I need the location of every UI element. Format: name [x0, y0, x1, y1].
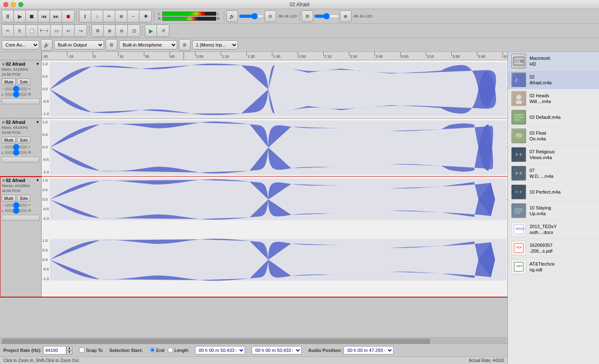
finder-item-perfect[interactable]: ✦ ✦ 10 Perfect.m4a: [508, 183, 599, 202]
track-3-pan-slider[interactable]: [5, 209, 27, 212]
play-green-button[interactable]: ▶: [145, 25, 157, 37]
track-3-mute[interactable]: Mute: [2, 195, 16, 202]
track-3-close[interactable]: ✕: [2, 178, 5, 183]
volume-button[interactable]: 🔊: [226, 10, 238, 22]
record-button[interactable]: ⏺: [62, 10, 74, 22]
zoom-out-button[interactable]: ⊖: [116, 25, 128, 37]
rate-down-button[interactable]: ▼: [67, 350, 72, 354]
track-2-mute[interactable]: Mute: [2, 137, 16, 143]
finder-item-heads[interactable]: 02 HeadsWill....m4a: [508, 89, 599, 108]
maximize-button[interactable]: [18, 2, 23, 7]
redo-button[interactable]: ↪: [75, 25, 87, 37]
track-3-collapse[interactable]: [2, 215, 40, 221]
vu-meters: L L R R: [158, 12, 220, 21]
close-button[interactable]: [3, 2, 8, 7]
cut-button[interactable]: ✂: [2, 25, 14, 37]
track-2-pan-slider[interactable]: [5, 151, 27, 154]
input-settings-button[interactable]: ⚙: [179, 39, 191, 51]
finder-item-hd[interactable]: MacintoshHD: [508, 52, 599, 71]
zoom-in-button[interactable]: ⊕: [104, 25, 116, 37]
slide-tool-button[interactable]: ↔: [128, 10, 139, 22]
undo-button[interactable]: ↩: [63, 25, 74, 37]
track-3-dropdown[interactable]: ▼: [36, 178, 40, 182]
svg-text:0.5: 0.5: [42, 74, 48, 79]
default-thumb: [511, 110, 526, 125]
finder-item-default[interactable]: 03 Default.m4a: [508, 108, 599, 127]
track-3-gain-slider[interactable]: [5, 204, 27, 207]
track-1-gain-slider[interactable]: [5, 87, 27, 91]
channels-select[interactable]: 1 (Mono) Inp...: [192, 40, 238, 49]
sync-button[interactable]: ⚙: [92, 25, 104, 37]
end-radio[interactable]: [150, 347, 155, 353]
minimize-button[interactable]: [11, 2, 16, 7]
forward-button[interactable]: ⏭: [50, 10, 62, 22]
track-1-mute[interactable]: Mute: [2, 79, 16, 85]
track-3-solo[interactable]: Solo: [17, 195, 30, 202]
project-rate-input[interactable]: [43, 346, 66, 354]
zoom-tool-button[interactable]: ⊕: [116, 10, 127, 22]
svg-text:-1.0: -1.0: [42, 277, 49, 281]
svg-text:0.5: 0.5: [42, 248, 48, 252]
track-3-waveform-top: 1.0 0.5 0.0 -0.5 -1.0: [42, 177, 507, 237]
paste-button[interactable]: 📋: [26, 25, 38, 37]
play-button[interactable]: ▶: [14, 10, 26, 22]
output-select[interactable]: Built-in Output: [54, 40, 104, 49]
loop-button[interactable]: ↺: [157, 25, 169, 37]
track-1-pan-slider[interactable]: [5, 93, 27, 96]
track-1-waveform[interactable]: 1.0 0.5 0.0 -0.5 -1.0: [42, 60, 507, 118]
track-3-waveform-bottom: 1.0 0.5 0.0 -0.5 -1.0: [42, 237, 507, 297]
finder-item-odt[interactable]: ODT AT&Ttechzang.odt: [508, 258, 599, 276]
track-1-dropdown[interactable]: ▼: [36, 62, 40, 66]
track-1-solo[interactable]: Solo: [17, 79, 30, 85]
snap-to-checkbox[interactable]: [79, 347, 84, 353]
record-icon: ⏺: [66, 14, 71, 19]
track-2-collapse[interactable]: [2, 157, 40, 162]
finder-item-float[interactable]: 03 FloatOn.m4a: [508, 127, 599, 145]
track-2-solo[interactable]: Solo: [17, 137, 30, 143]
pitch-button[interactable]: ⚙: [302, 10, 313, 22]
ruler-marks[interactable]: -30 -15 0 15 30 45 1:00: [42, 52, 507, 60]
pdf-thumb: PDF: [511, 241, 526, 256]
svg-rect-104: [515, 213, 520, 214]
silence-button[interactable]: ▭: [51, 25, 62, 37]
finder-item-religious[interactable]: ✦ ✦ 07 ReligiousViews.m4a: [508, 145, 599, 164]
track-3-waveform[interactable]: 1.0 0.5 0.0 -0.5 -1.0 1.0 0.5 0: [42, 177, 507, 297]
pause-button[interactable]: ⏸: [2, 10, 14, 22]
volume-slider[interactable]: [239, 13, 264, 20]
audio-settings-button[interactable]: 🔊: [41, 39, 52, 51]
pitch-lock-button[interactable]: ⊕: [340, 10, 351, 22]
core-audio-select[interactable]: Core Au...: [2, 40, 39, 49]
track-1-collapse[interactable]: [2, 98, 40, 104]
track-2-close[interactable]: ✕: [2, 120, 5, 125]
track-2-waveform[interactable]: 1.0 0.5 0.0 -0.5 -1.0: [42, 118, 507, 176]
horizontal-scrollbar[interactable]: [0, 337, 507, 343]
finder-item-wd[interactable]: ✦ ✦ 07W.D.....m4a: [508, 164, 599, 183]
envelope-tool-button[interactable]: ↕: [92, 10, 103, 22]
zoom-sel-button[interactable]: ⊡: [128, 25, 140, 37]
input-select[interactable]: Built-in Microphone: [119, 40, 177, 49]
stop-button[interactable]: ⏹: [26, 10, 38, 22]
trim-button[interactable]: ⊢⊣: [38, 25, 50, 37]
select-tool-button[interactable]: I: [79, 10, 91, 22]
finder-hd-name: MacintoshHD: [530, 55, 550, 67]
end-time-select[interactable]: 00 h 00 m 50.433 s: [252, 346, 302, 354]
draw-tool-button[interactable]: ✏: [104, 10, 115, 22]
finder-item-tedx[interactable]: DOCX 2013_TEDxYouth....docx: [508, 220, 599, 239]
pitch-slider[interactable]: [314, 13, 339, 20]
track-1-close[interactable]: ✕: [2, 62, 5, 66]
output-settings-button[interactable]: ⚙: [106, 39, 117, 51]
multi-tool-button[interactable]: ✱: [140, 10, 151, 22]
copy-button[interactable]: ⎘: [14, 25, 26, 37]
track-2-dropdown[interactable]: ▼: [36, 120, 40, 124]
finder-item-afraid[interactable]: ♪ 02Afraid.m4a: [508, 71, 599, 89]
audio-position-select[interactable]: 00 h 00 m 47.293 s: [344, 346, 394, 354]
rate-up-button[interactable]: ▲: [67, 346, 72, 350]
svg-text:4:00: 4:00: [504, 54, 507, 59]
finder-item-pdf[interactable]: PDF 162069357-206...s.pdf: [508, 239, 599, 258]
track-2-gain-slider[interactable]: [5, 145, 27, 149]
selection-start-select[interactable]: 00 h 00 m 50.433 s: [195, 346, 245, 354]
finder-item-staying[interactable]: 10 StayingUp.m4a: [508, 202, 599, 220]
back-button[interactable]: ⏮: [38, 10, 50, 22]
length-radio[interactable]: [168, 347, 173, 353]
mute-button[interactable]: ⊘: [265, 10, 276, 22]
